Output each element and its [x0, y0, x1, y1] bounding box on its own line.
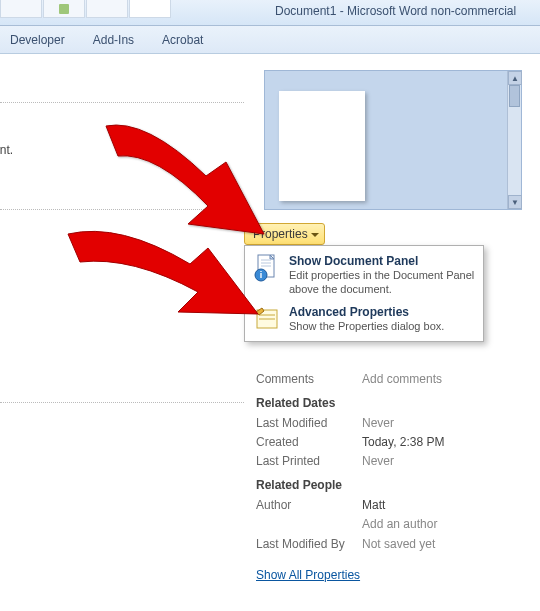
menu-item-description: Show the Properties dialog box. [289, 320, 475, 334]
menu-item-advanced-properties[interactable]: Advanced Properties Show the Properties … [245, 301, 483, 338]
menu-item-show-document-panel[interactable]: i Show Document Panel Edit properties in… [245, 250, 483, 301]
scroll-thumb[interactable] [509, 85, 520, 107]
preview-scrollbar[interactable]: ▲ ▼ [507, 71, 521, 209]
document-info-icon: i [253, 254, 281, 282]
window-tabs [0, 0, 171, 20]
scroll-down-icon[interactable]: ▼ [508, 195, 522, 209]
properties-grid: CommentsAdd comments Related Dates Last … [256, 372, 506, 582]
add-author-field[interactable]: Add an author [362, 517, 437, 531]
last-printed-value: Never [362, 454, 394, 468]
last-modified-by-value: Not saved yet [362, 537, 435, 551]
left-column: t of this document. ains: e. [0, 54, 244, 611]
tab-addins[interactable]: Add-Ins [93, 33, 134, 47]
add-author-label [256, 517, 362, 531]
window-tab[interactable] [86, 0, 128, 18]
author-value: Matt [362, 498, 385, 512]
last-modified-value: Never [362, 416, 394, 430]
tab-developer[interactable]: Developer [10, 33, 65, 47]
title-bar: Document1 - Microsoft Word non-commercia… [0, 0, 540, 26]
comments-label: Comments [256, 372, 362, 386]
related-dates-heading: Related Dates [256, 396, 506, 410]
show-all-properties-link[interactable]: Show All Properties [256, 568, 360, 582]
related-people-heading: Related People [256, 478, 506, 492]
divider [0, 102, 244, 103]
last-modified-by-label: Last Modified By [256, 537, 362, 551]
created-value: Today, 2:38 PM [362, 435, 445, 449]
properties-dropdown-button[interactable]: Properties [244, 223, 325, 245]
comments-value[interactable]: Add comments [362, 372, 442, 386]
prepare-text-fragment: ains: [0, 326, 244, 340]
menu-item-title: Show Document Panel [289, 254, 475, 268]
window-tab[interactable] [0, 0, 42, 18]
ribbon-tabs: Developer Add-Ins Acrobat [0, 26, 540, 54]
author-label: Author [256, 498, 362, 512]
created-label: Created [256, 435, 362, 449]
last-printed-label: Last Printed [256, 454, 362, 468]
last-modified-label: Last Modified [256, 416, 362, 430]
versions-text-fragment: e. [0, 481, 244, 495]
page-thumbnail [279, 91, 365, 201]
permissions-text-fragment: t of this document. [0, 143, 244, 157]
backstage-panel: t of this document. ains: e. ▲ ▼ Propert… [0, 54, 540, 611]
window-tab[interactable] [43, 0, 85, 18]
divider [0, 209, 244, 210]
divider [0, 402, 244, 403]
properties-dropdown-menu: i Show Document Panel Edit properties in… [244, 245, 484, 342]
properties-sheet-icon [253, 305, 281, 333]
window-title: Document1 - Microsoft Word non-commercia… [275, 4, 516, 18]
tab-acrobat[interactable]: Acrobat [162, 33, 203, 47]
menu-item-title: Advanced Properties [289, 305, 475, 319]
svg-text:i: i [260, 270, 263, 280]
document-preview: ▲ ▼ [264, 70, 522, 210]
excel-icon [59, 4, 69, 14]
window-tab-active[interactable] [129, 0, 171, 18]
menu-item-description: Edit properties in the Document Panel ab… [289, 269, 475, 297]
scroll-up-icon[interactable]: ▲ [508, 71, 522, 85]
